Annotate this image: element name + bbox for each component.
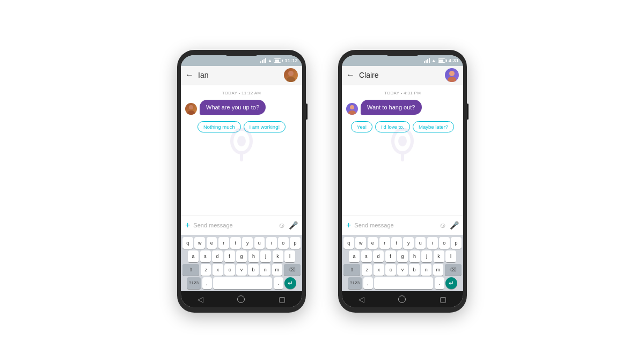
- key2-w[interactable]: w: [355, 237, 366, 249]
- key2-a[interactable]: a: [349, 250, 360, 262]
- send-placeholder-1[interactable]: Send message: [193, 222, 274, 228]
- watermark-logo-2: [381, 122, 424, 165]
- bottom-nav-1: ◁ ▢: [181, 291, 302, 307]
- key-backspace-2[interactable]: ⌫: [445, 264, 462, 276]
- back-arrow-1[interactable]: ←: [185, 70, 194, 80]
- key2-e[interactable]: e: [368, 237, 378, 249]
- send-placeholder-2[interactable]: Send message: [354, 222, 435, 228]
- message-row-2: Want to hang out?: [346, 100, 459, 115]
- key-b[interactable]: b: [248, 264, 259, 276]
- svg-point-3: [237, 136, 246, 146]
- key-backspace-1[interactable]: ⌫: [284, 264, 301, 276]
- key-shift-2[interactable]: ⇧: [343, 264, 360, 276]
- plus-button-1[interactable]: +: [185, 220, 190, 230]
- key-comma-1[interactable]: ,: [202, 277, 212, 289]
- key2-m[interactable]: m: [433, 264, 444, 276]
- key-h[interactable]: h: [248, 250, 259, 262]
- recents-nav-btn-1[interactable]: ▢: [279, 295, 286, 304]
- home-nav-btn-1[interactable]: [237, 295, 245, 303]
- key-w[interactable]: w: [194, 237, 205, 249]
- key-d[interactable]: d: [212, 250, 223, 262]
- key2-n[interactable]: n: [421, 264, 431, 276]
- key2-k[interactable]: k: [434, 250, 444, 262]
- key-l[interactable]: l: [284, 250, 295, 262]
- key-e[interactable]: e: [207, 237, 217, 249]
- key-shift-1[interactable]: ⇧: [182, 264, 199, 276]
- key-z[interactable]: z: [201, 264, 211, 276]
- key2-l[interactable]: l: [445, 250, 456, 262]
- key2-i[interactable]: i: [427, 237, 438, 249]
- svg-point-1: [287, 77, 295, 82]
- key-j[interactable]: j: [260, 250, 271, 262]
- key-enter-2[interactable]: ↵: [445, 277, 457, 289]
- key-space-2[interactable]: [374, 277, 433, 289]
- key-o[interactable]: o: [278, 237, 289, 249]
- key-g[interactable]: g: [236, 250, 247, 262]
- chip-2-1[interactable]: Yes!: [351, 121, 372, 132]
- key-num-1[interactable]: ?123: [187, 277, 201, 289]
- key-space-1[interactable]: [213, 277, 272, 289]
- key2-f[interactable]: f: [385, 250, 396, 262]
- home-nav-btn-2[interactable]: [398, 295, 406, 303]
- back-arrow-2[interactable]: ←: [346, 70, 355, 80]
- key2-x[interactable]: x: [374, 264, 384, 276]
- key2-z[interactable]: z: [362, 264, 372, 276]
- mic-button-2[interactable]: 🎤: [450, 221, 459, 230]
- emoji-button-2[interactable]: ☺: [439, 221, 447, 230]
- key-period-2[interactable]: .: [435, 277, 444, 289]
- key-f[interactable]: f: [224, 250, 235, 262]
- key2-h[interactable]: h: [409, 250, 420, 262]
- key-period-1[interactable]: .: [274, 277, 283, 289]
- key-y[interactable]: y: [242, 237, 253, 249]
- wifi-icon: ▲: [268, 58, 273, 63]
- key-c[interactable]: c: [224, 264, 235, 276]
- key-t[interactable]: t: [230, 237, 241, 249]
- plus-button-2[interactable]: +: [346, 220, 351, 230]
- key-s[interactable]: s: [200, 250, 211, 262]
- key2-p[interactable]: p: [451, 237, 462, 249]
- key-q[interactable]: q: [182, 237, 193, 249]
- message-bubble-1: What are you up to?: [200, 100, 266, 115]
- mic-button-1[interactable]: 🎤: [289, 221, 298, 230]
- key2-v[interactable]: v: [397, 264, 408, 276]
- key2-r[interactable]: r: [379, 237, 390, 249]
- chat-area-2: TODAY • 4:31 PM Want to hang out? Yes! I…: [342, 85, 463, 216]
- battery-icon: [274, 58, 283, 63]
- phone-2-screen: ▲ 4:31 ← Claire: [342, 55, 463, 307]
- svg-point-7: [449, 71, 455, 76]
- status-icons-2: ▲ 4:31: [424, 58, 459, 63]
- key-x[interactable]: x: [213, 264, 223, 276]
- key2-d[interactable]: d: [373, 250, 384, 262]
- key2-s[interactable]: s: [361, 250, 372, 262]
- key-i[interactable]: i: [266, 237, 277, 249]
- recents-nav-btn-2[interactable]: ▢: [440, 295, 447, 304]
- key-row-1-3: ⇧ z x c v b n m ⌫: [182, 264, 301, 276]
- key2-c[interactable]: c: [385, 264, 396, 276]
- key-enter-1[interactable]: ↵: [284, 277, 296, 289]
- back-nav-btn-1[interactable]: ◁: [197, 295, 203, 304]
- key-r[interactable]: r: [218, 237, 229, 249]
- key2-y[interactable]: y: [403, 237, 414, 249]
- timestamp-2: TODAY • 4:31 PM: [384, 91, 421, 95]
- key-v[interactable]: v: [236, 264, 247, 276]
- key-u[interactable]: u: [254, 237, 265, 249]
- key-k[interactable]: k: [273, 250, 283, 262]
- back-nav-btn-2[interactable]: ◁: [358, 295, 364, 304]
- key-row-2-1: q w e r t y u i o p: [343, 237, 462, 249]
- key2-b[interactable]: b: [409, 264, 420, 276]
- emoji-button-1[interactable]: ☺: [278, 221, 286, 230]
- key-a[interactable]: a: [188, 250, 199, 262]
- key-row-2-4: ?123 , . ↵: [343, 277, 462, 289]
- key2-t[interactable]: t: [391, 237, 402, 249]
- key-comma-2[interactable]: ,: [363, 277, 373, 289]
- status-bar-1: ▲ 11:12: [181, 55, 302, 66]
- key2-g[interactable]: g: [397, 250, 408, 262]
- key2-u[interactable]: u: [415, 237, 426, 249]
- key2-q[interactable]: q: [343, 237, 354, 249]
- key-n[interactable]: n: [260, 264, 270, 276]
- key-m[interactable]: m: [272, 264, 283, 276]
- key2-j[interactable]: j: [421, 250, 432, 262]
- key-num-2[interactable]: ?123: [348, 277, 362, 289]
- key-p[interactable]: p: [290, 237, 301, 249]
- key2-o[interactable]: o: [439, 237, 450, 249]
